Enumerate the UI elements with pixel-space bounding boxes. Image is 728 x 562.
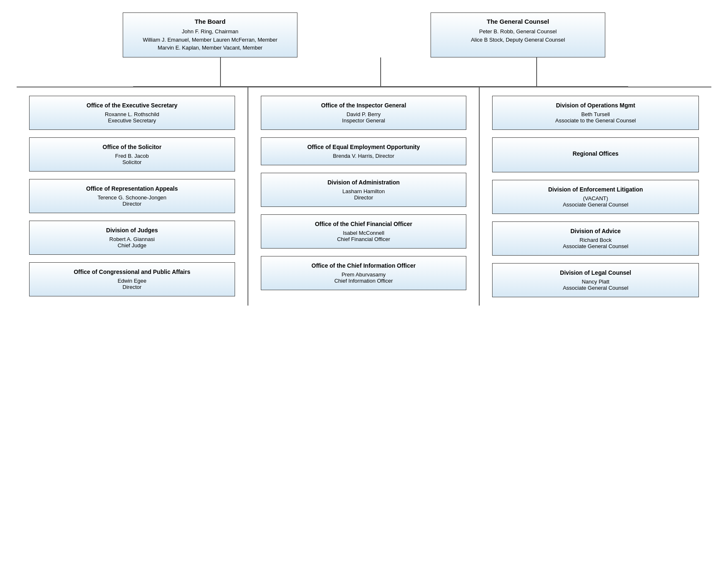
left-item-4-role: Director	[36, 284, 228, 290]
left-item-3: Division of Judges Robert A. Giannasi Ch…	[29, 221, 235, 255]
right-column: Division of Operations Mgmt Beth Tursell…	[480, 87, 711, 306]
center-item-3: Office of the Chief Financial Officer Is…	[261, 214, 467, 249]
right-item-4-person: Nancy Platt	[499, 279, 692, 285]
left-item-4-person: Edwin Egee	[36, 278, 228, 284]
left-item-1-title: Office of the Solicitor	[36, 144, 228, 150]
board-line-1: William J. Emanuel, Member Lauren McFerr…	[143, 37, 277, 43]
left-item-2: Office of Representation Appeals Terence…	[29, 179, 235, 213]
left-item-1: Office of the Solicitor Fred B. Jacob So…	[29, 137, 235, 172]
left-item-2-role: Director	[36, 201, 228, 207]
right-item-2-title: Division of Enforcement Litigation	[499, 186, 692, 193]
right-item-3: Division of Advice Richard Bock Associat…	[492, 221, 699, 256]
board-line-0: John F. Ring, Chairman	[182, 28, 238, 35]
left-item-1-role: Solicitor	[36, 159, 228, 165]
center-item-4-title: Office of the Chief Information Officer	[268, 262, 460, 269]
right-item-2: Division of Enforcement Litigation (VACA…	[492, 180, 699, 214]
center-item-0-role: Inspector General	[268, 117, 460, 124]
center-item-1: Office of Equal Employment Opportunity B…	[261, 137, 467, 165]
gc-box: The General Counsel Peter B. Robb, Gener…	[431, 12, 605, 57]
right-item-2-person: (VACANT)	[499, 195, 692, 201]
right-item-0-person: Beth Tursell	[499, 111, 692, 117]
top-connector-svg	[17, 57, 711, 87]
right-item-4: Division of Legal Counsel Nancy Platt As…	[492, 263, 699, 297]
right-item-3-role: Associate General Counsel	[499, 243, 692, 249]
gc-title: The General Counsel	[438, 18, 597, 25]
left-item-1-person: Fred B. Jacob	[36, 153, 228, 159]
center-item-2-title: Division of Administration	[268, 179, 460, 186]
right-item-4-role: Associate General Counsel	[499, 285, 692, 291]
left-item-3-person: Robert A. Giannasi	[36, 236, 228, 242]
left-item-2-title: Office of Representation Appeals	[36, 185, 228, 192]
center-item-3-title: Office of the Chief Financial Officer	[268, 221, 460, 227]
right-item-0-title: Division of Operations Mgmt	[499, 102, 692, 109]
left-item-0-person: Roxanne L. Rothschild	[36, 111, 228, 117]
center-item-2-role: Director	[268, 194, 460, 201]
left-item-3-role: Chief Judge	[36, 242, 228, 249]
center-item-0-title: Office of the Inspector General	[268, 102, 460, 109]
gc-members: Peter B. Robb, General Counsel Alice B S…	[438, 27, 597, 44]
center-item-4: Office of the Chief Information Officer …	[261, 256, 467, 290]
center-item-2-person: Lasharn Hamilton	[268, 188, 460, 194]
left-column: Office of the Executive Secretary Roxann…	[17, 87, 248, 306]
left-item-3-title: Division of Judges	[36, 227, 228, 234]
right-item-1-title: Regional Offices	[499, 150, 692, 157]
left-item-2-person: Terence G. Schoone-Jongen	[36, 194, 228, 201]
gc-line-1: Alice B Stock, Deputy General Counsel	[471, 37, 565, 43]
center-item-0-person: David P. Berry	[268, 111, 460, 117]
left-item-4: Office of Congressional and Public Affai…	[29, 262, 235, 296]
right-item-2-role: Associate General Counsel	[499, 201, 692, 208]
center-item-2: Division of Administration Lasharn Hamil…	[261, 173, 467, 207]
board-box: The Board John F. Ring, Chairman William…	[123, 12, 297, 57]
org-chart: The Board John F. Ring, Chairman William…	[17, 12, 711, 306]
center-item-1-title: Office of Equal Employment Opportunity	[268, 144, 460, 150]
center-item-0: Office of the Inspector General David P.…	[261, 96, 467, 130]
left-item-4-title: Office of Congressional and Public Affai…	[36, 269, 228, 275]
center-column: Office of the Inspector General David P.…	[248, 87, 480, 306]
center-item-1-person: Brenda V. Harris, Director	[268, 153, 460, 159]
center-item-4-person: Prem Aburvasamy	[268, 271, 460, 278]
right-item-1: Regional Offices	[492, 137, 699, 172]
left-item-0: Office of the Executive Secretary Roxann…	[29, 96, 235, 130]
right-item-0-role: Associate to the General Counsel	[499, 117, 692, 124]
center-item-4-role: Chief Information Officer	[268, 278, 460, 284]
center-item-3-person: Isabel McConnell	[268, 230, 460, 236]
board-line-2: Marvin E. Kaplan, Member Vacant, Member	[158, 45, 262, 51]
gc-line-0: Peter B. Robb, General Counsel	[479, 28, 557, 35]
board-members: John F. Ring, Chairman William J. Emanue…	[131, 27, 290, 52]
board-title: The Board	[131, 18, 290, 25]
right-item-4-title: Division of Legal Counsel	[499, 269, 692, 276]
left-item-0-title: Office of the Executive Secretary	[36, 102, 228, 109]
right-item-0: Division of Operations Mgmt Beth Tursell…	[492, 96, 699, 130]
left-item-0-role: Executive Secretary	[36, 117, 228, 124]
right-item-3-title: Division of Advice	[499, 228, 692, 234]
right-item-3-person: Richard Bock	[499, 237, 692, 243]
center-item-3-role: Chief Financial Officer	[268, 236, 460, 242]
